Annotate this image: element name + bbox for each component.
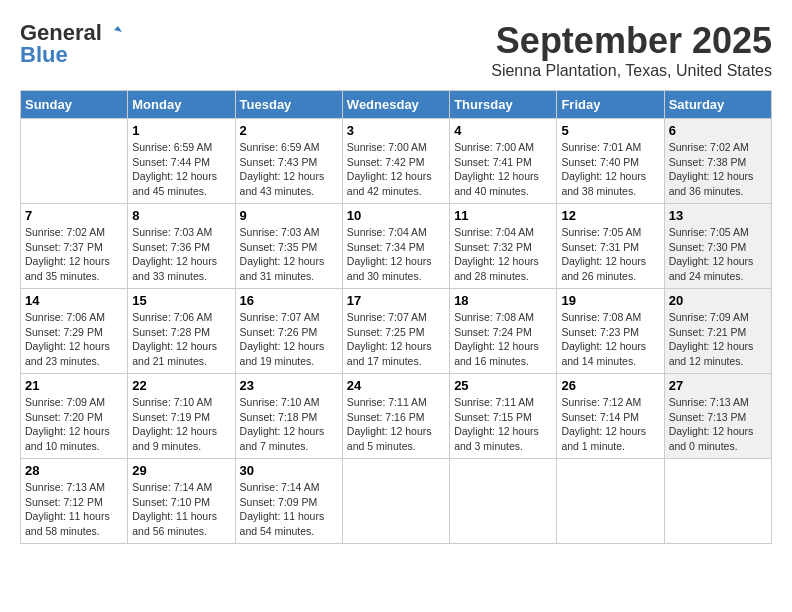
day-number: 25 [454, 378, 552, 393]
day-number: 28 [25, 463, 123, 478]
day-info: Sunrise: 7:10 AM Sunset: 7:18 PM Dayligh… [240, 395, 338, 454]
day-info: Sunrise: 7:13 AM Sunset: 7:13 PM Dayligh… [669, 395, 767, 454]
calendar-cell [664, 459, 771, 544]
day-info: Sunrise: 7:00 AM Sunset: 7:41 PM Dayligh… [454, 140, 552, 199]
day-number: 19 [561, 293, 659, 308]
svg-marker-0 [114, 26, 122, 32]
calendar-cell: 19Sunrise: 7:08 AM Sunset: 7:23 PM Dayli… [557, 289, 664, 374]
day-info: Sunrise: 7:06 AM Sunset: 7:29 PM Dayligh… [25, 310, 123, 369]
day-number: 5 [561, 123, 659, 138]
calendar-cell: 5Sunrise: 7:01 AM Sunset: 7:40 PM Daylig… [557, 119, 664, 204]
day-info: Sunrise: 6:59 AM Sunset: 7:43 PM Dayligh… [240, 140, 338, 199]
calendar-cell: 10Sunrise: 7:04 AM Sunset: 7:34 PM Dayli… [342, 204, 449, 289]
day-info: Sunrise: 7:05 AM Sunset: 7:31 PM Dayligh… [561, 225, 659, 284]
location-title: Sienna Plantation, Texas, United States [491, 62, 772, 80]
day-number: 27 [669, 378, 767, 393]
day-info: Sunrise: 7:09 AM Sunset: 7:20 PM Dayligh… [25, 395, 123, 454]
day-number: 21 [25, 378, 123, 393]
calendar-cell: 21Sunrise: 7:09 AM Sunset: 7:20 PM Dayli… [21, 374, 128, 459]
day-of-week-header: Monday [128, 91, 235, 119]
day-of-week-header: Tuesday [235, 91, 342, 119]
day-info: Sunrise: 6:59 AM Sunset: 7:44 PM Dayligh… [132, 140, 230, 199]
day-info: Sunrise: 7:10 AM Sunset: 7:19 PM Dayligh… [132, 395, 230, 454]
logo-blue: Blue [20, 42, 68, 68]
calendar-cell [342, 459, 449, 544]
calendar-cell: 25Sunrise: 7:11 AM Sunset: 7:15 PM Dayli… [450, 374, 557, 459]
day-number: 29 [132, 463, 230, 478]
day-number: 14 [25, 293, 123, 308]
day-info: Sunrise: 7:02 AM Sunset: 7:37 PM Dayligh… [25, 225, 123, 284]
calendar-cell: 9Sunrise: 7:03 AM Sunset: 7:35 PM Daylig… [235, 204, 342, 289]
day-number: 17 [347, 293, 445, 308]
day-info: Sunrise: 7:08 AM Sunset: 7:24 PM Dayligh… [454, 310, 552, 369]
day-of-week-header: Friday [557, 91, 664, 119]
day-info: Sunrise: 7:03 AM Sunset: 7:35 PM Dayligh… [240, 225, 338, 284]
day-number: 30 [240, 463, 338, 478]
calendar-cell: 27Sunrise: 7:13 AM Sunset: 7:13 PM Dayli… [664, 374, 771, 459]
calendar-cell: 30Sunrise: 7:14 AM Sunset: 7:09 PM Dayli… [235, 459, 342, 544]
calendar-cell: 26Sunrise: 7:12 AM Sunset: 7:14 PM Dayli… [557, 374, 664, 459]
day-info: Sunrise: 7:03 AM Sunset: 7:36 PM Dayligh… [132, 225, 230, 284]
day-number: 4 [454, 123, 552, 138]
day-info: Sunrise: 7:04 AM Sunset: 7:34 PM Dayligh… [347, 225, 445, 284]
day-info: Sunrise: 7:13 AM Sunset: 7:12 PM Dayligh… [25, 480, 123, 539]
day-info: Sunrise: 7:07 AM Sunset: 7:26 PM Dayligh… [240, 310, 338, 369]
day-info: Sunrise: 7:00 AM Sunset: 7:42 PM Dayligh… [347, 140, 445, 199]
day-info: Sunrise: 7:08 AM Sunset: 7:23 PM Dayligh… [561, 310, 659, 369]
calendar-week-row: 7Sunrise: 7:02 AM Sunset: 7:37 PM Daylig… [21, 204, 772, 289]
day-info: Sunrise: 7:11 AM Sunset: 7:16 PM Dayligh… [347, 395, 445, 454]
calendar-cell [21, 119, 128, 204]
day-number: 2 [240, 123, 338, 138]
calendar-header-row: SundayMondayTuesdayWednesdayThursdayFrid… [21, 91, 772, 119]
calendar-cell: 12Sunrise: 7:05 AM Sunset: 7:31 PM Dayli… [557, 204, 664, 289]
day-info: Sunrise: 7:09 AM Sunset: 7:21 PM Dayligh… [669, 310, 767, 369]
month-title: September 2025 [491, 20, 772, 62]
day-number: 9 [240, 208, 338, 223]
page-header: General Blue September 2025 Sienna Plant… [20, 20, 772, 80]
calendar-week-row: 28Sunrise: 7:13 AM Sunset: 7:12 PM Dayli… [21, 459, 772, 544]
calendar-table: SundayMondayTuesdayWednesdayThursdayFrid… [20, 90, 772, 544]
calendar-cell: 18Sunrise: 7:08 AM Sunset: 7:24 PM Dayli… [450, 289, 557, 374]
day-number: 10 [347, 208, 445, 223]
day-info: Sunrise: 7:05 AM Sunset: 7:30 PM Dayligh… [669, 225, 767, 284]
logo-bird-icon [104, 24, 122, 42]
day-number: 24 [347, 378, 445, 393]
day-of-week-header: Sunday [21, 91, 128, 119]
day-number: 16 [240, 293, 338, 308]
day-of-week-header: Wednesday [342, 91, 449, 119]
day-number: 11 [454, 208, 552, 223]
calendar-cell: 22Sunrise: 7:10 AM Sunset: 7:19 PM Dayli… [128, 374, 235, 459]
calendar-cell: 3Sunrise: 7:00 AM Sunset: 7:42 PM Daylig… [342, 119, 449, 204]
day-number: 12 [561, 208, 659, 223]
calendar-cell [557, 459, 664, 544]
calendar-cell: 29Sunrise: 7:14 AM Sunset: 7:10 PM Dayli… [128, 459, 235, 544]
calendar-cell [450, 459, 557, 544]
day-of-week-header: Saturday [664, 91, 771, 119]
calendar-week-row: 21Sunrise: 7:09 AM Sunset: 7:20 PM Dayli… [21, 374, 772, 459]
day-number: 1 [132, 123, 230, 138]
calendar-cell: 1Sunrise: 6:59 AM Sunset: 7:44 PM Daylig… [128, 119, 235, 204]
calendar-cell: 6Sunrise: 7:02 AM Sunset: 7:38 PM Daylig… [664, 119, 771, 204]
day-info: Sunrise: 7:11 AM Sunset: 7:15 PM Dayligh… [454, 395, 552, 454]
calendar-week-row: 14Sunrise: 7:06 AM Sunset: 7:29 PM Dayli… [21, 289, 772, 374]
day-info: Sunrise: 7:06 AM Sunset: 7:28 PM Dayligh… [132, 310, 230, 369]
calendar-cell: 17Sunrise: 7:07 AM Sunset: 7:25 PM Dayli… [342, 289, 449, 374]
day-info: Sunrise: 7:07 AM Sunset: 7:25 PM Dayligh… [347, 310, 445, 369]
calendar-week-row: 1Sunrise: 6:59 AM Sunset: 7:44 PM Daylig… [21, 119, 772, 204]
day-info: Sunrise: 7:14 AM Sunset: 7:10 PM Dayligh… [132, 480, 230, 539]
day-number: 13 [669, 208, 767, 223]
calendar-cell: 15Sunrise: 7:06 AM Sunset: 7:28 PM Dayli… [128, 289, 235, 374]
day-number: 3 [347, 123, 445, 138]
day-number: 15 [132, 293, 230, 308]
calendar-cell: 13Sunrise: 7:05 AM Sunset: 7:30 PM Dayli… [664, 204, 771, 289]
calendar-cell: 23Sunrise: 7:10 AM Sunset: 7:18 PM Dayli… [235, 374, 342, 459]
title-block: September 2025 Sienna Plantation, Texas,… [491, 20, 772, 80]
day-number: 22 [132, 378, 230, 393]
day-number: 8 [132, 208, 230, 223]
calendar-cell: 24Sunrise: 7:11 AM Sunset: 7:16 PM Dayli… [342, 374, 449, 459]
calendar-cell: 28Sunrise: 7:13 AM Sunset: 7:12 PM Dayli… [21, 459, 128, 544]
day-number: 20 [669, 293, 767, 308]
day-of-week-header: Thursday [450, 91, 557, 119]
calendar-cell: 16Sunrise: 7:07 AM Sunset: 7:26 PM Dayli… [235, 289, 342, 374]
calendar-cell: 7Sunrise: 7:02 AM Sunset: 7:37 PM Daylig… [21, 204, 128, 289]
